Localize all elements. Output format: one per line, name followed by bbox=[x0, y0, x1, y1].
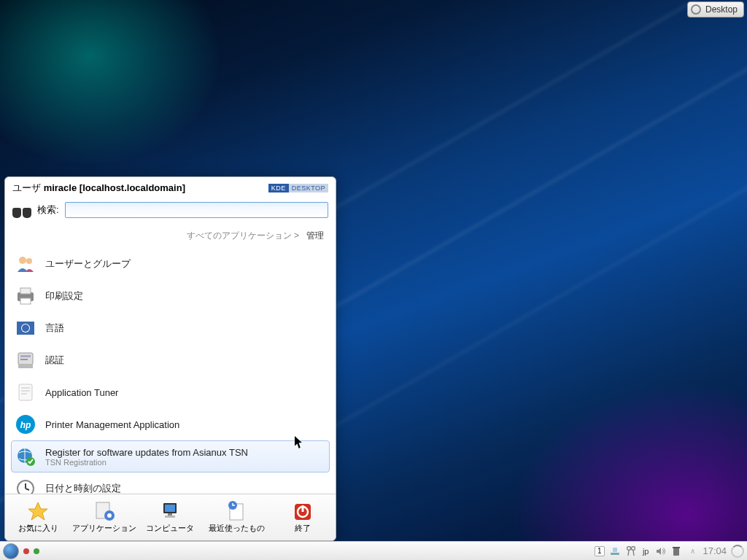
hp-icon: hp bbox=[15, 413, 36, 435]
app-item[interactable]: hpPrinter Management Application bbox=[11, 408, 330, 440]
svg-rect-27 bbox=[165, 516, 175, 518]
search-label: 検索: bbox=[37, 203, 59, 217]
app-title: 言語 bbox=[45, 322, 64, 335]
app-item[interactable]: 印刷設定 bbox=[11, 280, 330, 312]
tab-recent[interactable]: 最近使ったもの bbox=[204, 494, 270, 540]
apps-icon bbox=[93, 501, 115, 521]
gear-icon bbox=[691, 4, 701, 15]
kickoff-header: ユーザ miracle [localhost.localdomain] KDED… bbox=[5, 177, 336, 198]
svg-point-0 bbox=[19, 257, 26, 264]
svg-rect-38 bbox=[673, 547, 680, 548]
svg-rect-9 bbox=[20, 355, 31, 357]
tab-computer[interactable]: コンピュータ bbox=[137, 494, 204, 540]
search-input[interactable] bbox=[65, 202, 328, 218]
app-icon bbox=[15, 381, 36, 403]
tab-apps[interactable]: アプリケーション bbox=[71, 494, 138, 540]
svg-rect-12 bbox=[19, 384, 32, 400]
clock[interactable]: 17:04 bbox=[703, 545, 727, 556]
svg-rect-26 bbox=[168, 513, 172, 516]
user-prefix: ユーザ bbox=[12, 182, 44, 193]
tab-label: 最近使ったもの bbox=[209, 523, 265, 534]
desktop-switcher-button[interactable]: Desktop bbox=[687, 1, 744, 18]
svg-point-36 bbox=[631, 546, 635, 550]
svg-rect-25 bbox=[165, 505, 175, 512]
trash-icon[interactable] bbox=[670, 545, 682, 557]
computer-icon bbox=[159, 501, 181, 521]
svg-point-23 bbox=[107, 513, 112, 518]
host-name: [localhost.localdomain] bbox=[80, 182, 185, 193]
user-name: miracle bbox=[44, 182, 77, 193]
app-list[interactable]: ユーザーとグループ印刷設定言語認証Application TunerhpPrin… bbox=[5, 245, 336, 494]
app-item[interactable]: ユーザーとグループ bbox=[11, 248, 330, 280]
taskbar: 1 jp ∧ 17:04 bbox=[0, 541, 747, 560]
activity-dot-1[interactable] bbox=[23, 548, 29, 554]
svg-rect-4 bbox=[20, 298, 31, 304]
svg-rect-32 bbox=[301, 505, 303, 512]
clipboard-icon[interactable] bbox=[625, 545, 637, 557]
app-title: Printer Management Application bbox=[45, 419, 179, 430]
svg-rect-10 bbox=[20, 359, 28, 360]
auth-icon bbox=[15, 349, 36, 371]
app-item[interactable]: Application Tuner bbox=[11, 376, 330, 408]
keyboard-layout[interactable]: jp bbox=[641, 547, 651, 556]
clock-icon bbox=[15, 478, 36, 494]
app-subtitle: TSN Registration bbox=[45, 458, 248, 467]
globe-icon bbox=[15, 446, 36, 467]
kickoff-menu: ユーザ miracle [localhost.localdomain] KDED… bbox=[4, 176, 336, 541]
app-item[interactable]: Register for software updates from Asian… bbox=[11, 440, 330, 472]
app-item[interactable]: 言語 bbox=[11, 312, 330, 344]
recent-icon bbox=[225, 501, 247, 521]
app-item[interactable]: 日付と時刻の設定 bbox=[11, 472, 330, 494]
kde-badge: KDEDESKTOP bbox=[268, 184, 328, 192]
svg-rect-33 bbox=[611, 553, 619, 555]
printer-icon bbox=[15, 285, 36, 307]
users-icon bbox=[15, 253, 36, 275]
app-title: Register for software updates from Asian… bbox=[45, 447, 248, 458]
spinner-icon[interactable] bbox=[731, 545, 744, 558]
svg-rect-34 bbox=[613, 548, 617, 552]
tab-label: アプリケーション bbox=[72, 523, 136, 534]
svg-rect-37 bbox=[673, 548, 679, 556]
tab-label: 終了 bbox=[295, 523, 311, 534]
svg-text:hp: hp bbox=[20, 420, 31, 430]
power-icon bbox=[292, 501, 314, 521]
app-title: 認証 bbox=[45, 354, 64, 367]
kickoff-tabs: お気に入りアプリケーションコンピュータ最近使ったもの終了 bbox=[5, 494, 336, 540]
launcher-button[interactable] bbox=[3, 543, 19, 559]
svg-rect-11 bbox=[18, 365, 33, 368]
tab-power[interactable]: 終了 bbox=[269, 494, 336, 540]
flag-icon bbox=[15, 317, 36, 339]
svg-point-35 bbox=[627, 546, 630, 550]
breadcrumb[interactable]: すべてのアプリケーション > 管理 bbox=[5, 225, 336, 245]
tab-label: お気に入り bbox=[18, 523, 58, 534]
desktop-switcher-label: Desktop bbox=[705, 4, 738, 15]
network-icon[interactable] bbox=[609, 545, 621, 557]
star-icon bbox=[27, 501, 49, 521]
pager[interactable]: 1 bbox=[595, 546, 605, 556]
svg-point-1 bbox=[26, 258, 32, 264]
app-item[interactable]: 認証 bbox=[11, 344, 330, 376]
app-title: ユーザーとグループ bbox=[45, 257, 131, 271]
activity-dot-2[interactable] bbox=[34, 548, 39, 554]
svg-rect-15 bbox=[21, 393, 27, 394]
binoculars-icon bbox=[12, 202, 31, 218]
app-title: 印刷設定 bbox=[45, 289, 83, 303]
volume-icon[interactable] bbox=[654, 545, 666, 557]
svg-rect-13 bbox=[21, 387, 30, 389]
app-title: 日付と時刻の設定 bbox=[45, 482, 121, 494]
breadcrumb-parent[interactable]: すべてのアプリケーション bbox=[187, 230, 292, 241]
expand-icon[interactable]: ∧ bbox=[686, 545, 698, 557]
svg-point-7 bbox=[22, 324, 29, 332]
tab-label: コンピュータ bbox=[146, 523, 194, 534]
svg-rect-14 bbox=[21, 390, 30, 392]
breadcrumb-current: 管理 bbox=[306, 230, 324, 241]
tab-star[interactable]: お気に入り bbox=[5, 494, 71, 540]
svg-rect-3 bbox=[20, 288, 31, 294]
app-title: Application Tuner bbox=[45, 387, 118, 398]
